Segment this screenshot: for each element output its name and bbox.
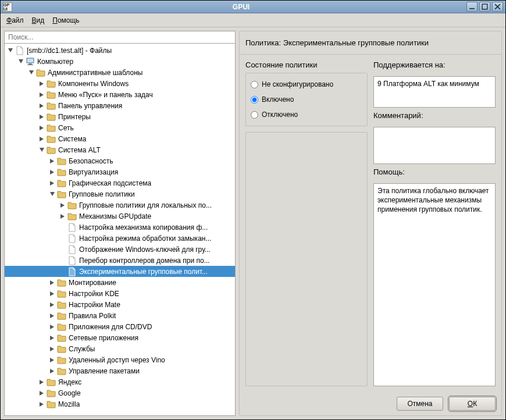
supported-text: 9 Платформа ALT как минимум	[373, 76, 496, 108]
tree-node[interactable]: Google	[5, 387, 235, 398]
tree-node[interactable]: Сетевые приложения	[5, 332, 235, 343]
tree-node[interactable]: Mozilla	[5, 398, 235, 410]
tree-node-label: Графическая подсистема	[69, 179, 151, 187]
chevron-right-icon[interactable]	[49, 180, 56, 187]
tree-node-label: Яндекс	[58, 378, 81, 386]
tree-node[interactable]: Правила Polkit	[5, 310, 235, 321]
tree-node[interactable]: Сеть	[5, 122, 235, 133]
tree-node[interactable]: Экспериментальные групповые полит...	[5, 266, 235, 277]
window-title: GPUI	[16, 3, 466, 11]
chevron-down-icon[interactable]	[7, 47, 14, 54]
folder-icon	[57, 168, 66, 177]
svg-marker-32	[40, 380, 44, 385]
chevron-right-icon[interactable]	[49, 301, 56, 308]
ok-button[interactable]: ОК	[449, 397, 496, 411]
tree-node[interactable]: Компьютер	[5, 56, 235, 67]
close-button[interactable]	[492, 2, 503, 12]
chevron-right-icon[interactable]	[49, 312, 56, 319]
tree-view[interactable]: [smb://dc1.test.alt] - ФайлыКомпьютерАдм…	[4, 44, 236, 416]
folder-icon	[57, 190, 66, 199]
tree-node[interactable]: Безопасность	[5, 155, 235, 166]
folder-icon	[57, 333, 66, 343]
radio-not-configured[interactable]: Не сконфигурировано	[250, 77, 364, 92]
menu-help[interactable]: Помощь	[49, 15, 83, 26]
chevron-right-icon[interactable]	[49, 290, 56, 297]
chevron-right-icon[interactable]	[59, 213, 66, 220]
chevron-down-icon[interactable]	[38, 147, 45, 154]
tree-node-label: Настройка механизма копирования ф...	[79, 223, 208, 232]
folder-icon	[47, 112, 56, 122]
state-groupbox: Не сконфигурировано Включено Отключено	[245, 73, 368, 126]
chevron-right-icon[interactable]	[38, 136, 45, 143]
chevron-right-icon[interactable]	[38, 113, 45, 120]
chevron-right-icon[interactable]	[49, 346, 56, 353]
expander-placeholder	[59, 246, 66, 253]
chevron-right-icon[interactable]	[49, 158, 56, 165]
chevron-right-icon[interactable]	[38, 401, 45, 408]
comment-text[interactable]	[373, 127, 496, 164]
tree-node[interactable]: Настройка механизма копирования ф...	[5, 222, 235, 233]
tree-node[interactable]: Управление пакетами	[5, 365, 235, 376]
chevron-right-icon[interactable]	[38, 379, 45, 386]
tree-node[interactable]: Административные шаблоны	[5, 67, 235, 78]
chevron-down-icon[interactable]	[28, 69, 35, 76]
chevron-right-icon[interactable]	[59, 202, 66, 209]
tree-node[interactable]: Графическая подсистема	[5, 177, 235, 188]
chevron-right-icon[interactable]	[38, 124, 45, 131]
chevron-down-icon[interactable]	[49, 191, 56, 198]
chevron-right-icon[interactable]	[49, 357, 56, 364]
svg-marker-18	[50, 170, 54, 175]
tree-node[interactable]: Принтеры	[5, 111, 235, 122]
chevron-right-icon[interactable]	[38, 390, 45, 397]
chevron-right-icon[interactable]	[49, 169, 56, 176]
chevron-right-icon[interactable]	[49, 368, 56, 375]
tree-node[interactable]: [smb://dc1.test.alt] - Файлы	[5, 45, 235, 56]
tree-node[interactable]: Групповые политики для локальных по...	[5, 200, 235, 211]
tree-node[interactable]: Виртуализация	[5, 166, 235, 177]
tree-node[interactable]: Механизмы GPUpdate	[5, 211, 235, 222]
chevron-right-icon[interactable]	[49, 279, 56, 286]
tree-node[interactable]: Компоненты Windows	[5, 78, 235, 89]
tree-node[interactable]: Приложения для CD/DVD	[5, 321, 235, 332]
tree-node[interactable]: Настройки KDE	[5, 288, 235, 299]
tree-node[interactable]: Удаленный доступ через Vino	[5, 354, 235, 365]
tree-node[interactable]: Настройки Mate	[5, 299, 235, 310]
tree-node[interactable]: Групповые политики	[5, 188, 235, 200]
chevron-right-icon[interactable]	[38, 80, 45, 87]
tree-node[interactable]: Система	[5, 133, 235, 144]
chevron-right-icon[interactable]	[38, 91, 45, 98]
menu-view[interactable]: Вид	[28, 15, 48, 26]
tree-node[interactable]: Панель управления	[5, 100, 235, 111]
tree-node-label: Службы	[69, 345, 95, 353]
radio-enabled[interactable]: Включено	[250, 92, 364, 107]
svg-marker-26	[50, 314, 54, 318]
minimize-button[interactable]	[466, 2, 478, 12]
tree-node[interactable]: Система ALT	[5, 144, 235, 155]
tree-node-label: Приложения для CD/DVD	[69, 323, 152, 331]
tree-node[interactable]: Настройка режима обработки замыкан...	[5, 233, 235, 244]
chevron-right-icon[interactable]	[38, 102, 45, 109]
file-icon	[67, 256, 77, 265]
chevron-right-icon[interactable]	[49, 334, 56, 341]
menu-file[interactable]: Файл	[3, 15, 27, 26]
tree-node[interactable]: Яндекс	[5, 376, 235, 387]
tree-node-label: Управление пакетами	[69, 367, 140, 375]
tree-node[interactable]: Меню «Пуск» и панель задач	[5, 89, 235, 100]
file-icon	[67, 267, 77, 276]
radio-disabled[interactable]: Отключено	[250, 107, 364, 122]
tree-node-label: Система ALT	[58, 146, 101, 154]
chevron-right-icon[interactable]	[49, 323, 56, 330]
svg-marker-21	[60, 203, 65, 208]
svg-marker-17	[50, 159, 54, 163]
folder-icon	[57, 322, 66, 332]
cancel-button[interactable]: Отмена	[397, 397, 443, 411]
tree-node[interactable]: Отображение Windows-ключей для гру...	[5, 244, 235, 255]
tree-node[interactable]: Службы	[5, 343, 235, 354]
chevron-down-icon[interactable]	[17, 58, 24, 65]
svg-marker-22	[60, 214, 65, 219]
tree-node[interactable]: Перебор контроллеров домена при по...	[5, 255, 235, 266]
expander-placeholder	[59, 268, 66, 275]
maximize-button[interactable]	[479, 2, 490, 12]
search-input[interactable]	[4, 31, 236, 44]
tree-node[interactable]: Монтирование	[5, 277, 235, 288]
